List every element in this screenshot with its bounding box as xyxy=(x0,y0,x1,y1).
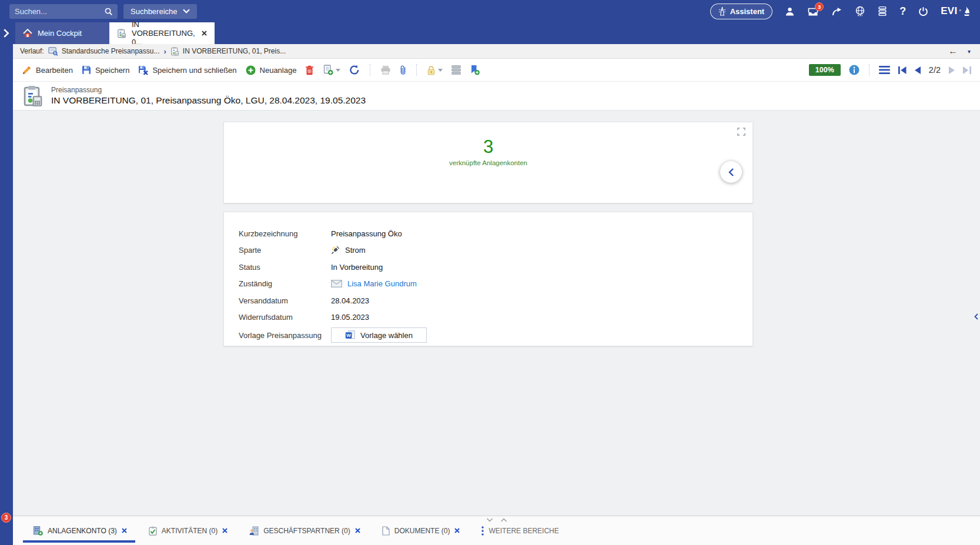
user-icon[interactable] xyxy=(785,6,795,16)
tab-in-vorbereitung[interactable]: IN VORBEREITUNG, 0... xyxy=(109,22,215,44)
toolbar-divider xyxy=(416,64,417,76)
save-close-button[interactable]: Speichern und schließen xyxy=(138,65,236,75)
zoom-level-badge[interactable]: 100% xyxy=(809,64,841,76)
section-tabbar: ANLAGENKONTO (3) AKTIVITÄTEN (0) xyxy=(13,516,980,545)
archive-icon[interactable] xyxy=(451,65,461,75)
bookmark-add-icon[interactable] xyxy=(470,65,480,75)
search-scopes-button[interactable]: Suchbereiche xyxy=(123,4,197,19)
attachment-icon[interactable] xyxy=(400,65,406,75)
search-icon[interactable] xyxy=(104,7,113,16)
save-button[interactable]: Speichern xyxy=(82,65,130,75)
close-icon[interactable] xyxy=(454,528,460,533)
breadcrumb-item-label: IN VORBEREITUNG, 01, Preis... xyxy=(183,47,286,55)
breadcrumb: Verlauf: Standardsuche Preisanpassu... ›… xyxy=(13,44,980,59)
home-icon xyxy=(23,29,32,38)
tab-geschaeftspartner[interactable]: GESCHÄFTSPARTNER (0) xyxy=(249,516,360,545)
global-search[interactable] xyxy=(9,4,118,19)
field-label: Kurzbezeichnung xyxy=(239,229,331,238)
tab-dokumente[interactable]: DOKUMENTE (0) xyxy=(382,516,460,545)
kebab-icon xyxy=(481,526,484,536)
stat-label: verknüpfte Anlagenkonten xyxy=(449,159,527,166)
record-type-label: Preisanpassung xyxy=(51,86,366,94)
copy-record-button[interactable] xyxy=(323,65,340,75)
redo-icon[interactable] xyxy=(831,7,842,16)
document-tabbar: Mein Cockpit IN VORBEREITUNG, 0... xyxy=(13,22,980,44)
lock-caret-icon[interactable] xyxy=(438,69,443,72)
tab-label: DOKUMENTE (0) xyxy=(394,527,450,535)
tab-mein-cockpit[interactable]: Mein Cockpit xyxy=(15,22,109,44)
close-icon[interactable] xyxy=(222,528,228,533)
choose-template-button[interactable]: W Vorlage wählen xyxy=(331,327,427,343)
edit-button[interactable]: Bearbeiten xyxy=(22,65,73,75)
breadcrumb-label: Verlauf: xyxy=(20,47,44,55)
panel-expand-chevron-icon[interactable] xyxy=(3,29,9,38)
power-icon[interactable] xyxy=(918,6,928,16)
save-icon xyxy=(82,65,91,75)
documents-icon xyxy=(382,526,390,536)
menu-icon[interactable] xyxy=(879,66,890,74)
database-icon[interactable] xyxy=(878,6,887,16)
back-arrow-icon[interactable]: ← xyxy=(948,46,958,56)
right-panel-chevron-icon[interactable] xyxy=(974,313,978,320)
search-scopes-label: Suchbereiche xyxy=(131,7,178,16)
svg-text:W: W xyxy=(346,333,351,338)
history-caret-icon[interactable]: ▾ xyxy=(968,48,971,55)
tab-anlagenkonto[interactable]: ANLAGENKONTO (3) xyxy=(33,516,127,545)
kurzbezeichnung-value: Preisanpassung Öko xyxy=(331,229,402,238)
toolbar-right: 100% 2/2 xyxy=(809,64,971,76)
widerrufsdatum-value: 19.05.2023 xyxy=(331,313,369,322)
fullscreen-icon[interactable] xyxy=(737,128,745,136)
nav-prev-icon[interactable] xyxy=(915,66,921,74)
delete-icon[interactable] xyxy=(305,65,314,75)
responsible-person-link[interactable]: Lisa Marie Gundrum xyxy=(347,279,417,288)
envelope-icon[interactable] xyxy=(331,280,342,287)
search-input[interactable] xyxy=(15,7,101,16)
nav-first-icon[interactable] xyxy=(898,66,907,74)
sailboat-icon xyxy=(963,6,971,16)
inbox-icon[interactable]: 3 xyxy=(807,6,819,16)
page-title: IN VORBEREITUNG, 01, Preisanpassung Öko,… xyxy=(51,95,366,106)
price-adjustment-icon xyxy=(117,28,126,38)
content-area: 3 verknüpfte Anlagenkonten xyxy=(13,111,980,516)
new-record-button[interactable]: Neuanlage xyxy=(246,65,297,75)
copy-caret-icon[interactable] xyxy=(336,69,340,72)
record-header: Preisanpassung IN VORBEREITUNG, 01, Prei… xyxy=(13,82,980,111)
field-label: Widerrufsdatum xyxy=(239,313,331,322)
save-close-icon xyxy=(138,65,148,75)
breadcrumb-item-search[interactable]: Standardsuche Preisanpassu... xyxy=(48,47,160,56)
help-icon[interactable]: ? xyxy=(899,5,906,18)
close-icon[interactable] xyxy=(202,31,207,36)
toolbar-divider xyxy=(370,64,370,76)
tab-aktivitaeten[interactable]: AKTIVITÄTEN (0) xyxy=(149,516,228,545)
tab-label: GESCHÄFTSPARTNER (0) xyxy=(263,527,350,535)
cards-column: 3 verknüpfte Anlagenkonten xyxy=(223,122,753,346)
tab-weitere-bereiche[interactable]: WEITERE BEREICHE xyxy=(481,516,558,545)
print-icon xyxy=(380,65,391,75)
zustaendig-value: Lisa Marie Gundrum xyxy=(331,279,417,288)
collapse-panel-button[interactable] xyxy=(720,161,742,183)
close-icon[interactable] xyxy=(122,528,127,533)
asset-account-icon xyxy=(33,526,43,536)
lock-button[interactable] xyxy=(427,65,443,75)
stat-value[interactable]: 3 xyxy=(483,137,493,157)
breadcrumb-nav: ← ▾ xyxy=(948,46,971,56)
assistant-button[interactable]: Assistent xyxy=(710,4,773,19)
left-collapsed-panel[interactable]: 3 xyxy=(0,22,13,545)
form-row: Versanddatum 28.04.2023 xyxy=(239,292,752,309)
chevron-separator-icon: › xyxy=(163,47,166,56)
tab-label: ANLAGENKONTO (3) xyxy=(48,527,117,535)
info-icon[interactable] xyxy=(849,65,859,75)
sparte-text: Strom xyxy=(345,246,366,255)
business-partner-icon xyxy=(249,526,259,536)
nav-next-icon xyxy=(949,66,955,74)
plus-circle-icon xyxy=(246,65,256,75)
globe-icon[interactable] xyxy=(855,6,865,16)
close-icon[interactable] xyxy=(355,528,360,533)
choose-template-label: Vorlage wählen xyxy=(360,331,413,340)
record-icon xyxy=(170,46,179,56)
edit-label: Bearbeiten xyxy=(36,66,73,75)
refresh-icon[interactable] xyxy=(349,65,360,75)
form-row: Kurzbezeichnung Preisanpassung Öko xyxy=(239,225,752,242)
toolbar: Bearbeiten Speichern Speichern und schli… xyxy=(13,59,980,82)
breadcrumb-item-record[interactable]: IN VORBEREITUNG, 01, Preis... xyxy=(170,46,286,56)
